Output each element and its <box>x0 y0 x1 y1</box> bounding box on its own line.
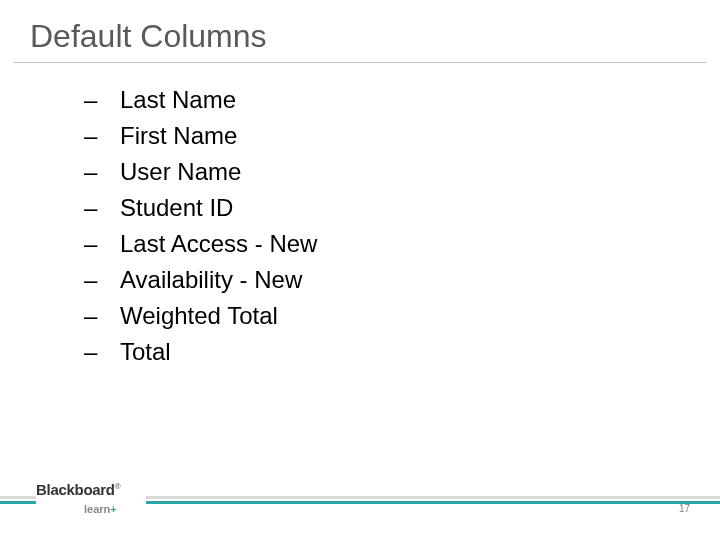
logo-sub-text: learn+ <box>84 503 117 515</box>
list-item: – Availability - New <box>84 266 317 294</box>
column-list: – Last Name – First Name – User Name – S… <box>84 86 317 374</box>
logo-sub-label: learn <box>84 503 110 515</box>
slide: Default Columns – Last Name – First Name… <box>0 0 720 540</box>
bullet-dash: – <box>84 122 120 150</box>
list-item-label: Availability - New <box>120 266 302 294</box>
title-underline <box>14 62 706 63</box>
list-item: – Weighted Total <box>84 302 317 330</box>
list-item: – First Name <box>84 122 317 150</box>
list-item-label: Total <box>120 338 171 366</box>
bullet-dash: – <box>84 302 120 330</box>
slide-title: Default Columns <box>30 18 267 55</box>
list-item-label: Last Name <box>120 86 236 114</box>
logo-main-row: Blackboard® <box>36 481 146 499</box>
list-item-label: Weighted Total <box>120 302 278 330</box>
list-item-label: Student ID <box>120 194 233 222</box>
list-item: – Last Name <box>84 86 317 114</box>
list-item: – Last Access - New <box>84 230 317 258</box>
logo-main-text: Blackboard <box>36 481 115 498</box>
logo-plus-icon: + <box>110 503 116 515</box>
list-item-label: User Name <box>120 158 241 186</box>
bullet-dash: – <box>84 194 120 222</box>
list-item: – Total <box>84 338 317 366</box>
logo-registered-icon: ® <box>115 482 121 491</box>
bullet-dash: – <box>84 158 120 186</box>
bullet-dash: – <box>84 86 120 114</box>
list-item-label: First Name <box>120 122 237 150</box>
bullet-dash: – <box>84 338 120 366</box>
logo-sub-row: learn+ <box>36 499 146 517</box>
page-number: 17 <box>679 503 690 514</box>
bullet-dash: – <box>84 266 120 294</box>
list-item: – Student ID <box>84 194 317 222</box>
blackboard-logo: Blackboard® learn+ <box>36 482 146 516</box>
list-item-label: Last Access - New <box>120 230 317 258</box>
list-item: – User Name <box>84 158 317 186</box>
bullet-dash: – <box>84 230 120 258</box>
